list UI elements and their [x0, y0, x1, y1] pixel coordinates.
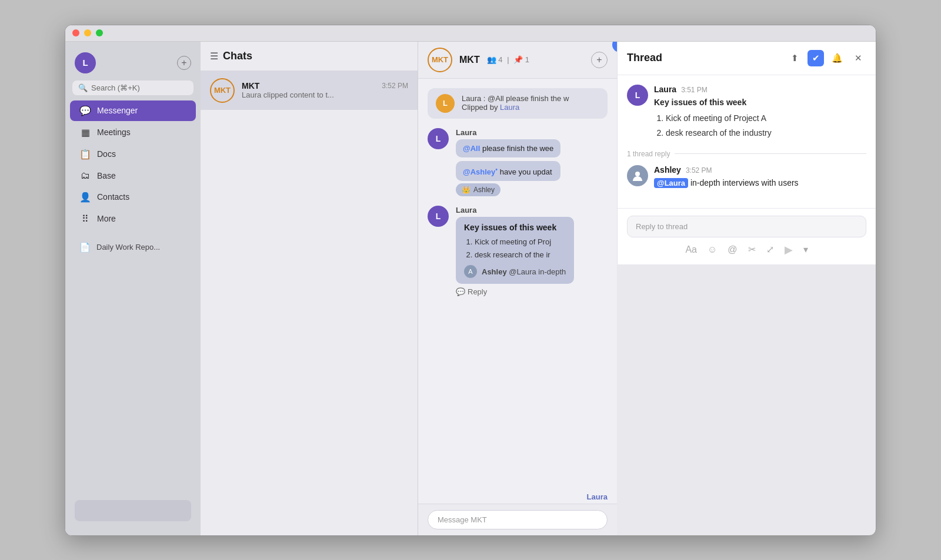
search-icon: 🔍: [78, 83, 88, 92]
sidebar-item-base[interactable]: 🗂 Base: [70, 166, 196, 186]
chat-time: 3:52 PM: [382, 82, 408, 90]
meetings-icon: ▦: [79, 127, 91, 138]
thread-panel-wrapper: 4 Thread ⬆ ✔ 🔔 ✕ L: [617, 42, 876, 535]
thread-message-ashley: Ashley 3:52 PM @Laura in-depth interview…: [627, 165, 866, 189]
sidebar-item-messenger[interactable]: 💬 Messenger: [70, 100, 196, 121]
messenger-icon: 💬: [79, 105, 91, 116]
card-footer: A Ashley @Laura in-depth: [464, 265, 566, 278]
add-to-channel-button[interactable]: +: [591, 52, 608, 68]
search-bar[interactable]: 🔍 Search (⌘+K): [72, 81, 193, 95]
sidebar: L + 🔍 Search (⌘+K) 💬 Messenger ▦ Meeting…: [65, 42, 201, 535]
mkt-avatar: MKT: [210, 78, 235, 103]
list-item: desk research of the industry: [666, 126, 772, 140]
messages-area: L Laura : @All please finish the w Clipp…: [418, 79, 617, 490]
thread-message-time: 3:51 PM: [681, 86, 708, 94]
emoji-button[interactable]: ☺: [705, 243, 719, 256]
card-list: Kick of meeting of Proj desk research of…: [464, 236, 566, 261]
clip-button[interactable]: ✂: [746, 243, 758, 256]
chat-name: MKT: [242, 81, 259, 90]
panel-title: Chats: [223, 50, 252, 62]
thread-close-button[interactable]: ✕: [850, 50, 866, 66]
chats-menu-icon: ☰: [210, 51, 218, 62]
sidebar-item-docs[interactable]: 📋 Docs: [70, 144, 196, 165]
thread-bookmark-button[interactable]: ✔: [807, 50, 824, 66]
message-card: Key issues of this week Kick of meeting …: [456, 217, 574, 284]
expand-button[interactable]: ⤢: [764, 243, 776, 256]
title-bar: [65, 25, 876, 42]
ashley-badge-button[interactable]: 👑 Ashley: [456, 183, 500, 196]
laura-card-sender: Laura: [456, 206, 574, 214]
maximize-button[interactable]: [96, 29, 103, 36]
ashley-mini-avatar: A: [464, 265, 477, 278]
list-item: desk research of the ir: [475, 249, 566, 261]
at-mention-button[interactable]: @: [725, 243, 739, 256]
thread-messages: L Laura 3:51 PM Key issues of this week …: [618, 75, 876, 208]
docs-icon: 📋: [79, 149, 91, 160]
doc-icon: 📄: [79, 242, 91, 253]
thread-message-body: Key issues of this week: [654, 96, 772, 109]
thread-ashley-avatar: [627, 165, 648, 186]
thread-header: Thread ⬆ ✔ 🔔 ✕: [618, 42, 876, 75]
mkt-header-avatar: MKT: [428, 48, 452, 72]
chat-list-panel: ☰ Chats MKT MKT 3:52 PM Laura clipped co…: [201, 42, 418, 535]
app-window: L + 🔍 Search (⌘+K) 💬 Messenger ▦ Meeting…: [65, 25, 876, 536]
clipped-sender-avatar: L: [436, 94, 455, 113]
thread-ashley-sender: Ashley: [654, 165, 681, 175]
thread-reply-input[interactable]: Reply to thread: [627, 216, 866, 237]
card-title: Key issues of this week: [464, 223, 566, 232]
chat-input-bar: Message MKT: [418, 504, 617, 535]
message-bubble-2: @Ashley• have you updat: [456, 161, 560, 181]
sidebar-user-section: L +: [65, 49, 201, 81]
message-input[interactable]: Message MKT: [428, 510, 608, 529]
app-body: L + 🔍 Search (⌘+K) 💬 Messenger ▦ Meeting…: [65, 42, 876, 535]
clipped-message: L Laura : @All please finish the w Clipp…: [428, 88, 608, 119]
more-icon: ⠿: [79, 213, 91, 224]
thread-toolbar: Aa ☺ @ ✂ ⤢: [627, 242, 866, 257]
thread-laura-avatar: L: [627, 85, 648, 106]
chat-list-item-mkt[interactable]: MKT MKT 3:52 PM Laura clipped content to…: [201, 71, 418, 110]
sidebar-item-meetings[interactable]: ▦ Meetings: [70, 122, 196, 143]
panel-header: ☰ Chats: [201, 42, 418, 71]
laura-card-avatar: L: [428, 206, 449, 227]
thread-upload-button[interactable]: ⬆: [786, 50, 803, 66]
font-size-button[interactable]: Aa: [683, 243, 699, 256]
message-group-laura-card: L Laura Key issues of this week Kick of …: [428, 206, 608, 296]
laura-avatar: L: [428, 128, 449, 149]
thread-ashley-time: 3:52 PM: [686, 166, 712, 175]
list-item: Kick of meeting of Proj: [475, 236, 566, 249]
base-icon: 🗂: [79, 170, 91, 181]
thread-sender-name: Laura: [654, 85, 676, 94]
laura-sender-name: Laura: [456, 128, 560, 137]
send-button[interactable]: ▶: [782, 242, 795, 257]
thread-reply-area: Reply to thread Aa ☺ @ ✂: [618, 208, 876, 264]
list-item: Kick of meeting of Project A: [666, 111, 772, 126]
sidebar-item-more[interactable]: ⠿ More: [70, 209, 196, 229]
message-bubble-1: @All please finish the wee: [456, 139, 560, 157]
thread-title: Thread: [627, 52, 786, 64]
laura-label: Laura: [418, 490, 617, 504]
clipped-text: Laura : @All please finish the w Clipped…: [462, 94, 569, 112]
svg-point-0: [635, 172, 640, 176]
channel-name: MKT: [459, 55, 480, 65]
channel-meta: 👥 4 | 📌 1: [487, 55, 529, 64]
chat-header: MKT MKT 👥 4 | 📌 1 +: [418, 42, 617, 79]
thread-actions: ⬆ ✔ 🔔 ✕: [786, 50, 866, 66]
thread-ashley-body: @Laura in-depth interviews with users: [654, 177, 799, 189]
chat-preview: Laura clipped content to t...: [242, 90, 408, 99]
contacts-icon: 👤: [79, 192, 91, 203]
thread-message-list: Kick of meeting of Project A desk resear…: [654, 111, 772, 140]
sidebar-item-contacts[interactable]: 👤 Contacts: [70, 187, 196, 207]
reply-button[interactable]: 💬 Reply: [456, 287, 574, 296]
close-button[interactable]: [72, 29, 79, 36]
user-avatar[interactable]: L: [75, 52, 96, 73]
thread-divider: 1 thread reply: [627, 150, 866, 158]
sidebar-doc-item[interactable]: 📄 Daily Work Repo...: [70, 237, 196, 257]
thread-message-laura: L Laura 3:51 PM Key issues of this week …: [627, 85, 866, 140]
reply-icon: 💬: [456, 287, 465, 296]
thread-bell-button[interactable]: 🔔: [829, 50, 845, 66]
thread-panel: Thread ⬆ ✔ 🔔 ✕ L Laura: [617, 42, 876, 264]
message-group-laura: L Laura @All please finish the wee @Ashl…: [428, 128, 608, 196]
add-button[interactable]: +: [177, 56, 191, 70]
send-dropdown-button[interactable]: ▾: [801, 243, 810, 256]
minimize-button[interactable]: [84, 29, 91, 36]
